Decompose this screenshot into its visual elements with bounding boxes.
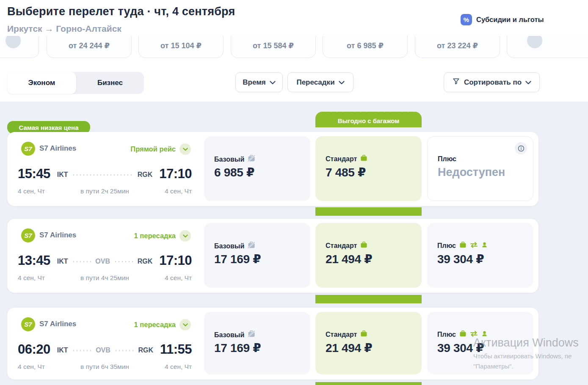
fare-standard[interactable]: Стандарт 7 485 ₽	[315, 136, 422, 201]
fare-standard-label: Стандарт	[326, 242, 357, 250]
carousel-card[interactable]: от 23 224 ₽	[415, 36, 500, 58]
fare-basic[interactable]: Базовый 6 985 ₽	[204, 136, 310, 201]
via-airport-code: OVB	[95, 258, 110, 265]
carousel-price: от 23 224 ₽	[437, 41, 478, 50]
airline-name: S7 Airlines	[39, 144, 76, 153]
no-baggage-icon	[248, 155, 255, 164]
depart-time: 13:45	[18, 253, 50, 268]
fare-plus-price: 39 304 ₽	[437, 252, 484, 266]
fare-standard-label: Стандарт	[326, 331, 357, 338]
fare-plus-label: Плюс	[437, 242, 456, 250]
route-subtitle: Иркутск → Горно-Алтайск	[7, 24, 121, 34]
percent-icon: %	[461, 14, 472, 25]
s7-logo: S7	[21, 228, 35, 242]
fare-basic-price: 17 169 ₽	[214, 341, 261, 355]
route-dots	[114, 350, 135, 351]
fare-standard-label: Стандарт	[326, 155, 357, 163]
standard-column-strip	[315, 382, 422, 385]
carousel-price: от 15 104 ₽	[160, 41, 202, 50]
time-filter-label: Время	[243, 78, 265, 87]
fare-basic-price: 17 169 ₽	[214, 252, 261, 266]
arrive-time: 17:10	[159, 253, 192, 268]
fare-basic-label: Базовый	[214, 331, 244, 339]
sort-label: Сортировать по	[464, 78, 522, 87]
info-icon[interactable]	[515, 142, 527, 154]
via-airport-code: OVB	[96, 346, 110, 354]
fare-plus-price: 39 304 ₽	[437, 341, 484, 355]
standard-column-strip	[315, 295, 422, 303]
subsidies-button[interactable]: % Субсидии и льготы	[461, 14, 544, 25]
stops-filter-button[interactable]: Пересадки	[287, 72, 353, 92]
standard-column-strip	[315, 207, 422, 216]
s7-logo: S7	[21, 142, 35, 156]
stops-info-link[interactable]: 1 пересадка	[83, 232, 176, 240]
depart-time: 06:20	[18, 342, 50, 357]
fare-plus: Плюс Недоступен	[427, 136, 533, 201]
route-line: IKT RGK	[57, 169, 152, 179]
arrive-time: 11:55	[160, 342, 192, 357]
expand-flight-button[interactable]	[179, 230, 191, 242]
tab-economy[interactable]: Эконом	[7, 72, 76, 94]
seat-icon	[481, 331, 488, 338]
sort-button[interactable]: Сортировать по	[444, 72, 540, 92]
times-row: 15:45 IKT RGK 17:10	[18, 166, 192, 182]
time-filter-button[interactable]: Время	[235, 72, 283, 92]
depart-time: 15:45	[18, 166, 50, 182]
dates-row: 4 сен, Чт в пути 6ч 35мин 4 сен, Чт	[18, 363, 192, 371]
arrive-date: 4 сен, Чт	[149, 363, 192, 371]
airline-name: S7 Airlines	[39, 320, 76, 328]
s7-logo: S7	[21, 317, 35, 331]
expand-flight-button[interactable]	[179, 143, 191, 155]
arrive-date: 4 сен, Чт	[149, 187, 192, 195]
fare-standard[interactable]: Стандарт 21 494 ₽	[315, 312, 422, 374]
arrive-time: 17:10	[159, 166, 192, 182]
carousel-card[interactable]: от 6 985 ₽	[323, 36, 408, 58]
carousel-card[interactable]: от 15 104 ₽	[138, 36, 224, 58]
depart-airport-code: IKT	[57, 258, 68, 265]
fare-plus[interactable]: Плюс 39 304 ₽	[427, 223, 533, 288]
tab-business[interactable]: Бизнес	[76, 72, 144, 94]
page-title: Выберите перелет туда · чт, 4 сентября	[7, 5, 235, 18]
fare-basic-label: Базовый	[214, 156, 244, 163]
fare-plus-label: Плюс	[438, 155, 456, 163]
flight-row: S7 S7 Airlines 1 пересадка 13:45 IKT OVB…	[7, 219, 538, 293]
arrive-date: 4 сен, Чт	[149, 274, 192, 282]
subsidies-label: Субсидии и льготы	[476, 16, 544, 24]
fare-basic[interactable]: Базовый 17 169 ₽	[204, 223, 310, 288]
funnel-icon	[452, 77, 460, 88]
baggage-deal-ribbon: Выгодно с багажом	[315, 112, 422, 127]
carousel-card[interactable]: от 24 244 ₽	[47, 36, 132, 58]
price-carousel: от 24 244 ₽ от 15 104 ₽ от 15 584 ₽ от 6…	[0, 36, 588, 58]
route-dots	[114, 261, 134, 262]
stops-info-link[interactable]: 1 пересадка	[83, 321, 176, 329]
fare-plus-status: Недоступен	[438, 166, 505, 179]
chevron-down-icon	[270, 78, 276, 87]
cabin-class-tabs: Эконом Бизнес	[7, 72, 144, 94]
arrive-airport-code: RGK	[138, 258, 153, 265]
stops-info-link[interactable]: Прямой рейс	[83, 145, 176, 153]
fare-basic-price: 6 985 ₽	[214, 165, 254, 179]
arrive-airport-code: RGK	[138, 171, 153, 179]
carousel-card[interactable]: от 15 584 ₽	[231, 36, 316, 58]
dates-row: 4 сен, Чт в пути 4ч 25мин 4 сен, Чт	[18, 274, 192, 282]
fare-standard[interactable]: Стандарт 21 494 ₽	[315, 223, 422, 288]
flight-search-page: Выберите перелет туда · чт, 4 сентября И…	[0, 0, 588, 385]
times-row: 06:20 IKT OVB RGK 11:55	[18, 341, 192, 358]
stops-filter-label: Пересадки	[296, 78, 334, 87]
baggage-icon	[459, 330, 467, 339]
airline-name: S7 Airlines	[39, 231, 76, 239]
baggage-icon	[360, 242, 367, 250]
flight-duration: в пути 4ч 25мин	[60, 274, 149, 282]
carousel-card-partial-right[interactable]	[507, 36, 588, 58]
flight-duration: в пути 2ч 25мин	[60, 187, 149, 195]
expand-flight-button[interactable]	[179, 319, 191, 330]
fare-basic[interactable]: Базовый 17 169 ₽	[204, 312, 310, 374]
baggage-icon	[360, 330, 367, 339]
fare-standard-price: 7 485 ₽	[326, 165, 366, 179]
flight-duration: в пути 6ч 35мин	[60, 363, 149, 371]
baggage-icon	[459, 242, 467, 250]
flight-row: S7 S7 Airlines 1 пересадка 06:20 IKT OVB…	[7, 308, 538, 380]
times-row: 13:45 IKT OVB RGK 17:10	[18, 253, 192, 269]
fare-plus[interactable]: Плюс 39 304 ₽	[427, 312, 533, 374]
no-baggage-icon	[248, 242, 255, 250]
